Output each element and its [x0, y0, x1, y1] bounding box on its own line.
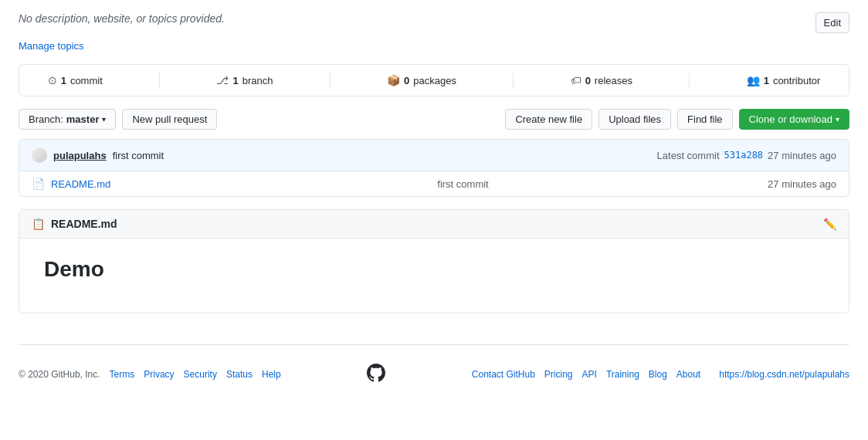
package-count: 0 [404, 75, 409, 86]
readme-content-heading: Demo [44, 257, 824, 282]
footer-link-contact-github[interactable]: Contact GitHub [472, 369, 535, 380]
file-list: 📄 README.md first commit 27 minutes ago [19, 171, 849, 197]
latest-commit-label: Latest commit [657, 150, 720, 161]
toolbar-left: Branch: master ▾ New pull request [19, 109, 217, 130]
release-count: 0 [585, 75, 591, 86]
footer-url-link[interactable]: https://blog.csdn.net/pulapulahs [719, 369, 849, 380]
edit-button[interactable]: Edit [815, 12, 849, 33]
create-new-file-button[interactable]: Create new file [505, 109, 592, 130]
contributors-stat[interactable]: 👥 1 contributor [747, 74, 821, 86]
branch-icon: ⎇ [216, 74, 229, 86]
footer-link-api[interactable]: API [582, 369, 597, 380]
releases-stat[interactable]: 🏷 0 releases [571, 74, 632, 86]
packages-stat[interactable]: 📦 0 packages [387, 74, 456, 86]
footer-link-blog[interactable]: Blog [649, 369, 667, 380]
repo-description-text: No description, website, or topics provi… [19, 12, 225, 25]
readme-section: 📋 README.md ✏️ Demo [19, 209, 849, 313]
commit-sha-link[interactable]: 531a288 [724, 150, 764, 161]
footer-link-about[interactable]: About [676, 369, 700, 380]
stat-divider-4 [689, 73, 690, 88]
footer-divider [19, 344, 849, 345]
commit-info-bar: pulapulahs first commit Latest commit 53… [19, 139, 849, 171]
branches-stat[interactable]: ⎇ 1 branch [216, 74, 273, 86]
readme-title: 📋 README.md [32, 218, 117, 230]
branch-count: 1 [232, 75, 238, 86]
branch-name: master [66, 113, 100, 125]
footer-link-pricing[interactable]: Pricing [544, 369, 573, 380]
release-label: releases [595, 75, 632, 86]
footer-link-training[interactable]: Training [606, 369, 639, 380]
file-modified-time: 27 minutes ago [721, 178, 836, 190]
stat-divider-2 [330, 73, 331, 88]
package-icon: 📦 [387, 74, 400, 86]
file-name-link[interactable]: README.md [51, 178, 205, 190]
readme-edit-icon[interactable]: ✏️ [823, 218, 836, 230]
clone-chevron-icon: ▾ [836, 115, 839, 124]
footer-link-help[interactable]: Help [262, 369, 281, 380]
footer-link-privacy[interactable]: Privacy [144, 369, 174, 380]
table-row: 📄 README.md first commit 27 minutes ago [19, 171, 849, 196]
footer-copyright: © 2020 GitHub, Inc. [19, 369, 100, 380]
readme-body: Demo [19, 239, 849, 313]
new-pull-request-button[interactable]: New pull request [122, 109, 217, 130]
stat-divider-1 [159, 73, 160, 88]
readme-header: 📋 README.md ✏️ [19, 210, 849, 239]
avatar [32, 147, 47, 163]
footer-link-security[interactable]: Security [184, 369, 217, 380]
commit-info-left: pulapulahs first commit [32, 147, 164, 163]
commit-label: commit [70, 75, 103, 86]
toolbar-right: Create new file Upload files Find file C… [505, 109, 849, 130]
footer-right: Contact GitHub Pricing API Training Blog… [472, 368, 849, 381]
find-file-button[interactable]: Find file [677, 109, 733, 130]
footer-link-terms[interactable]: Terms [110, 369, 135, 380]
upload-files-button[interactable]: Upload files [598, 109, 671, 130]
stats-bar: ⊙ 1 commit ⎇ 1 branch 📦 0 packages 🏷 0 r… [19, 64, 849, 96]
commit-time: 27 minutes ago [768, 150, 836, 161]
stat-divider-3 [513, 73, 514, 88]
contributor-label: contributor [773, 75, 820, 86]
branch-label-prefix: Branch: [29, 113, 63, 125]
commits-stat[interactable]: ⊙ 1 commit [48, 74, 103, 86]
repo-description-section: No description, website, or topics provi… [19, 12, 849, 33]
manage-topics-link[interactable]: Manage topics [19, 40, 84, 52]
clone-label: Clone or download [749, 113, 832, 125]
file-icon: 📄 [32, 178, 45, 190]
readme-icon: 📋 [32, 218, 45, 230]
file-commit-message: first commit [205, 178, 721, 190]
commit-icon: ⊙ [48, 74, 57, 86]
footer-left: © 2020 GitHub, Inc. Terms Privacy Securi… [19, 369, 281, 380]
github-logo [367, 364, 385, 384]
footer-link-status[interactable]: Status [226, 369, 253, 380]
commit-info-right: Latest commit 531a288 27 minutes ago [657, 150, 836, 161]
branch-label: branch [242, 75, 273, 86]
branch-selector[interactable]: Branch: master ▾ [19, 109, 116, 130]
clone-or-download-button[interactable]: Clone or download ▾ [739, 109, 849, 130]
branch-chevron-icon: ▾ [102, 115, 106, 124]
people-icon: 👥 [747, 74, 760, 86]
contributor-count: 1 [764, 75, 769, 86]
footer: © 2020 GitHub, Inc. Terms Privacy Securi… [19, 357, 849, 391]
file-toolbar: Branch: master ▾ New pull request Create… [19, 109, 849, 130]
readme-filename: README.md [51, 218, 117, 230]
package-label: packages [413, 75, 456, 86]
tag-icon: 🏷 [571, 74, 581, 86]
commit-count: 1 [61, 75, 66, 86]
commit-author-link[interactable]: pulapulahs [53, 150, 107, 161]
commit-message: first commit [113, 150, 164, 161]
